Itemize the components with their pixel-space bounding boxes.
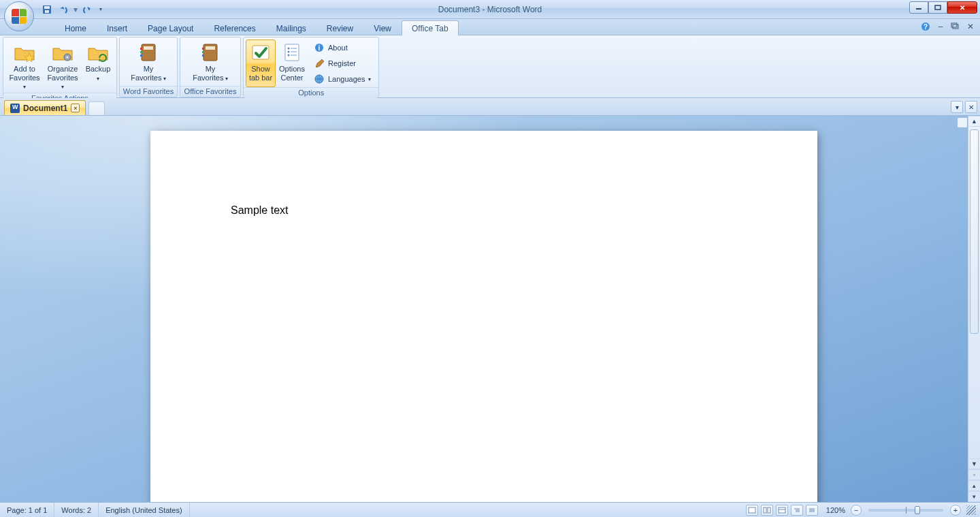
view-outline-button[interactable] <box>791 505 803 516</box>
label: Options Center <box>279 65 305 82</box>
ribbon-group-options: Show tab bar Options Center i About Regi… <box>243 37 379 97</box>
help-button[interactable]: ? <box>920 21 931 32</box>
ribbon-group-word-favorites: My Favorites Word Favorites <box>119 37 178 97</box>
document-page[interactable]: Sample text <box>150 131 817 502</box>
document-tab-bar: Document1 × ▾ ✕ <box>0 98 980 116</box>
scroll-thumb[interactable] <box>970 129 979 334</box>
browse-object-button[interactable]: ◦ <box>968 469 980 480</box>
ribbon-tab-mailings[interactable]: Mailings <box>266 20 316 35</box>
view-print-layout-button[interactable] <box>746 505 758 516</box>
ribbon-group-favorites-actions: Add to Favorites Organize Favorites Back… <box>3 37 117 97</box>
document-tab-label: Document1 <box>23 104 67 113</box>
tab-bar-close-button[interactable]: ✕ <box>965 101 977 113</box>
svg-rect-13 <box>144 46 153 50</box>
svg-point-24 <box>288 48 290 50</box>
next-page-button[interactable]: ▾ <box>968 491 980 502</box>
label: Backup <box>84 65 112 82</box>
resize-grip-icon[interactable] <box>966 505 976 515</box>
chevron-down-icon: ▾ <box>368 76 371 82</box>
mdi-minimize-button[interactable]: – <box>935 21 946 32</box>
svg-rect-4 <box>935 5 941 10</box>
undo-button[interactable] <box>56 2 71 17</box>
view-web-layout-button[interactable] <box>776 505 788 516</box>
zoom-in-button[interactable]: + <box>950 505 961 516</box>
label: Organize Favorites <box>46 65 80 91</box>
qat-customize-button[interactable]: ▾ <box>96 2 105 17</box>
svg-rect-1 <box>44 6 50 9</box>
document-tab-active[interactable]: Document1 × <box>4 100 86 115</box>
about-button[interactable]: i About <box>311 41 374 54</box>
office-logo-icon <box>12 9 27 24</box>
zoom-slider-thumb[interactable] <box>915 506 920 514</box>
status-words[interactable]: Words: 2 <box>54 503 99 517</box>
zoom-level[interactable]: 120% <box>826 506 845 514</box>
mdi-restore-button[interactable] <box>950 21 961 32</box>
close-icon: ✕ <box>967 22 974 31</box>
svg-rect-7 <box>953 25 958 29</box>
ribbon-tab-page-layout[interactable]: Page Layout <box>137 20 203 35</box>
svg-rect-34 <box>764 507 766 513</box>
ruler-toggle-button[interactable] <box>957 117 968 128</box>
svg-text:i: i <box>318 44 321 52</box>
close-icon: ✕ <box>968 104 974 111</box>
title-bar: ▾ ▾ Document3 - Microsoft Word ✕ <box>0 0 980 19</box>
minimize-button[interactable] <box>909 1 928 14</box>
add-to-favorites-button[interactable]: Add to Favorites <box>5 40 44 93</box>
show-tab-bar-toggle[interactable]: Show tab bar <box>246 40 276 87</box>
tab-bar-menu-button[interactable]: ▾ <box>951 101 963 113</box>
label: Register <box>328 59 356 67</box>
svg-rect-29 <box>291 54 297 56</box>
label: Add to Favorites <box>7 65 42 91</box>
window-title: Document3 - Microsoft Word <box>0 5 980 14</box>
ribbon-tab-review[interactable]: Review <box>316 20 363 35</box>
svg-rect-20 <box>202 51 204 53</box>
scroll-down-button[interactable]: ▼ <box>968 458 980 469</box>
options-center-button[interactable]: Options Center <box>276 40 308 87</box>
new-document-tab-button[interactable] <box>88 101 105 115</box>
office-my-favorites-button[interactable]: My Favorites <box>182 40 238 86</box>
svg-rect-21 <box>202 54 204 57</box>
scroll-track[interactable] <box>968 127 980 458</box>
status-language[interactable]: English (United States) <box>99 503 190 517</box>
scroll-up-button[interactable]: ▲ <box>968 116 980 127</box>
view-draft-button[interactable] <box>806 505 818 516</box>
close-tab-button[interactable]: × <box>71 104 80 112</box>
pencil-icon <box>314 58 325 69</box>
svg-rect-3 <box>916 8 921 10</box>
office-button[interactable] <box>4 1 34 31</box>
help-icon: ? <box>921 22 930 31</box>
word-my-favorites-button[interactable]: My Favorites <box>122 40 175 86</box>
ribbon-tab-home[interactable]: Home <box>54 20 97 35</box>
save-icon <box>42 5 52 14</box>
status-page[interactable]: Page: 1 of 1 <box>0 503 54 517</box>
restore-icon <box>951 23 960 30</box>
outline-icon <box>793 507 801 514</box>
register-button[interactable]: Register <box>311 57 374 70</box>
undo-icon <box>58 5 69 14</box>
backup-button[interactable]: Backup <box>82 40 114 93</box>
close-button[interactable]: ✕ <box>947 1 977 14</box>
ribbon-tab-references[interactable]: References <box>203 20 265 35</box>
prev-page-button[interactable]: ▴ <box>968 480 980 491</box>
zoom-slider[interactable] <box>868 509 943 512</box>
word-doc-icon <box>10 104 20 113</box>
svg-rect-18 <box>206 46 215 50</box>
group-label: Word Favorites <box>120 86 177 97</box>
svg-rect-16 <box>140 54 142 57</box>
zoom-out-button[interactable]: − <box>851 505 862 516</box>
vertical-scrollbar[interactable]: ▲ ▼ ◦ ▴ ▾ <box>968 116 980 502</box>
languages-button[interactable]: Languages ▾ <box>311 72 374 86</box>
svg-rect-15 <box>140 51 142 53</box>
ribbon: Add to Favorites Organize Favorites Back… <box>0 35 980 98</box>
ribbon-tab-view[interactable]: View <box>363 20 402 35</box>
ribbon-tab-office-tab[interactable]: Office Tab <box>402 20 459 35</box>
document-body-text[interactable]: Sample text <box>231 204 288 217</box>
save-button[interactable] <box>39 2 54 17</box>
info-icon: i <box>314 42 325 53</box>
maximize-button[interactable] <box>928 1 947 14</box>
redo-button[interactable] <box>80 2 95 17</box>
ribbon-tab-insert[interactable]: Insert <box>97 20 137 35</box>
view-full-screen-button[interactable] <box>761 505 773 516</box>
organize-favorites-button[interactable]: Organize Favorites <box>44 40 82 93</box>
mdi-close-button[interactable]: ✕ <box>965 21 976 32</box>
